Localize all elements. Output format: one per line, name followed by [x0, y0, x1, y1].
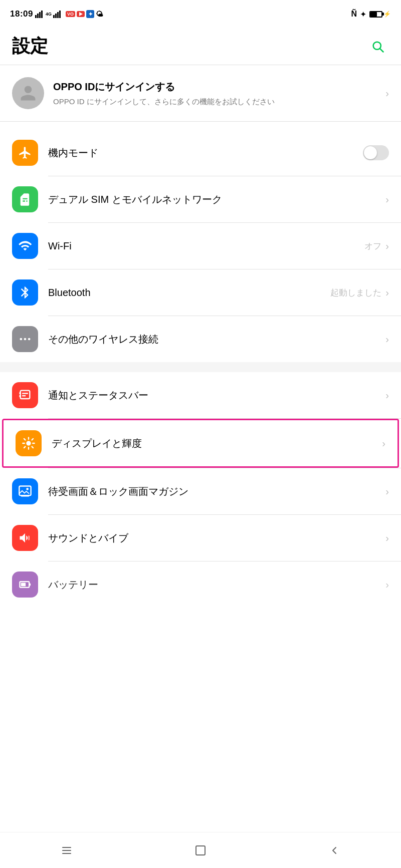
wifi-label: Wi-Fi	[48, 240, 72, 251]
sound-icon-bg	[12, 525, 38, 551]
notification-chevron: ›	[385, 390, 389, 401]
wifi-icon-bg	[12, 233, 38, 259]
oppo-id-section[interactable]: OPPO IDにサインインする OPPO ID にサインインして、さらに多くの機…	[0, 65, 401, 121]
settings-item-display[interactable]: ディスプレイと輝度 ›	[2, 419, 399, 468]
nav-menu-button[interactable]	[52, 840, 82, 860]
sim-label-container: デュアル SIM とモバイルネットワーク	[48, 192, 385, 206]
svg-rect-2	[39, 12, 41, 18]
notification-label-container: 通知とステータスバー	[48, 388, 385, 402]
wireless-icon-bg	[12, 326, 38, 352]
svg-rect-28	[196, 846, 205, 855]
battery-label-container: バッテリー	[48, 577, 385, 592]
page-title: 設定	[12, 34, 48, 59]
settings-item-airplane[interactable]: 機内モード	[0, 130, 401, 176]
status-bar: 18:09 4G VO ✦	[0, 0, 401, 26]
youtube-icon	[77, 11, 85, 17]
settings-item-wallpaper[interactable]: 待受画面＆ロック画面マガジン ›	[0, 468, 401, 514]
sound-chevron: ›	[385, 532, 389, 544]
wallpaper-chevron: ›	[385, 486, 389, 497]
svg-rect-14	[22, 393, 28, 394]
spacer1	[0, 122, 401, 130]
svg-rect-1	[37, 14, 39, 18]
bluetooth-chevron: ›	[385, 287, 389, 299]
oppo-title: OPPO IDにサインインする	[53, 80, 379, 94]
settings-item-battery[interactable]: バッテリー ›	[0, 561, 401, 608]
back-icon	[328, 844, 340, 856]
nav-bar	[0, 832, 401, 868]
brightness-icon	[22, 436, 36, 450]
airplane-toggle[interactable]	[363, 145, 389, 160]
sim-label: デュアル SIM とモバイルネットワーク	[48, 194, 222, 205]
svg-rect-19	[19, 486, 31, 496]
svg-point-10	[20, 338, 23, 341]
svg-point-12	[28, 338, 31, 341]
bluetooth-icon-bg	[12, 279, 38, 306]
sound-right: ›	[385, 532, 389, 544]
svg-rect-26	[62, 850, 71, 851]
bluetooth-icon	[18, 285, 32, 300]
weather-icon: 🌤	[96, 10, 103, 18]
sim-right: ›	[385, 194, 389, 205]
svg-rect-6	[57, 12, 59, 18]
svg-rect-0	[35, 15, 37, 18]
avatar-icon	[19, 84, 37, 102]
svg-rect-24	[21, 583, 26, 587]
display-icon-bg	[16, 430, 42, 456]
settings-group-display: 通知とステータスバー › ディスプレイと輝度 ›	[0, 372, 401, 608]
settings-item-wireless[interactable]: その他のワイヤレス接続 ›	[0, 316, 401, 362]
status-icons: 4G VO ✦ 🌤	[35, 10, 103, 18]
signal-icon	[35, 10, 44, 18]
svg-line-9	[380, 49, 383, 52]
settings-item-sound[interactable]: サウンドとバイブ ›	[0, 515, 401, 561]
menu-icon	[61, 844, 73, 856]
battery-right: ›	[385, 579, 389, 591]
svg-point-11	[24, 338, 27, 341]
sound-label: サウンドとバイブ	[48, 532, 128, 543]
wifi-chevron: ›	[385, 240, 389, 252]
sound-icon	[18, 531, 32, 545]
airplane-label: 機内モード	[48, 147, 98, 158]
svg-rect-3	[41, 11, 43, 18]
airplane-icon	[18, 146, 32, 160]
display-chevron: ›	[382, 438, 385, 449]
nav-home-button[interactable]	[185, 840, 216, 860]
signal-icon-2	[53, 10, 64, 18]
wifi-label-container: Wi-Fi	[48, 239, 364, 253]
section-divider-1	[0, 362, 401, 372]
battery-icon	[369, 11, 382, 18]
svg-rect-17	[19, 395, 21, 397]
bluetooth-label: Bluetooth	[48, 287, 91, 298]
airplane-right	[363, 145, 389, 160]
bt-status-icon: ✦	[86, 10, 94, 18]
oppo-subtitle: OPPO ID にサインインして、さらに多くの機能をお試しください	[53, 96, 379, 107]
search-button[interactable]	[367, 36, 389, 58]
sound-label-container: サウンドとバイブ	[48, 531, 385, 545]
battery-chevron: ›	[385, 579, 389, 591]
sim-chevron: ›	[385, 194, 389, 205]
status-left: 18:09 4G VO ✦	[10, 9, 103, 19]
wireless-label-container: その他のワイヤレス接続	[48, 332, 385, 346]
nfc-icon: Ñ	[351, 10, 357, 19]
wireless-right: ›	[385, 334, 389, 345]
wallpaper-icon	[18, 484, 32, 498]
airplane-label-container: 機内モード	[48, 146, 363, 160]
wifi-icon	[18, 239, 32, 253]
settings-item-bluetooth[interactable]: Bluetooth 起動しました ›	[0, 269, 401, 316]
display-label: ディスプレイと輝度	[52, 438, 142, 449]
wallpaper-label-container: 待受画面＆ロック画面マガジン	[48, 484, 385, 498]
settings-item-notification[interactable]: 通知とステータスバー ›	[0, 372, 401, 418]
svg-point-20	[26, 488, 29, 490]
svg-point-18	[26, 441, 31, 445]
wireless-label: その他のワイヤレス接続	[48, 334, 158, 345]
settings-item-wifi[interactable]: Wi-Fi オフ ›	[0, 223, 401, 269]
charge-icon: ⚡	[383, 11, 391, 18]
bluetooth-status-icon: ✦	[360, 10, 366, 19]
settings-item-sim[interactable]: デュアル SIM とモバイルネットワーク ›	[0, 176, 401, 222]
wifi-right: オフ ›	[364, 240, 389, 252]
notification-right: ›	[385, 390, 389, 401]
display-label-container: ディスプレイと輝度	[52, 436, 382, 450]
battery-settings-icon	[18, 577, 32, 592]
status-time: 18:09	[10, 9, 33, 19]
sim-icon-bg	[12, 186, 38, 212]
nav-back-button[interactable]	[319, 840, 349, 860]
